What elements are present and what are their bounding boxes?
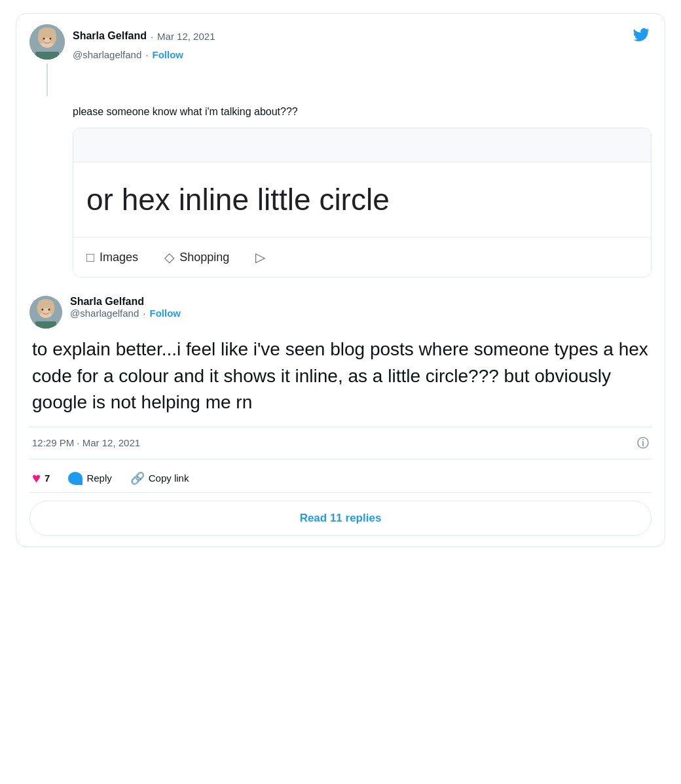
tweet1-content: please someone know what i'm talking abo… bbox=[73, 104, 652, 293]
svg-point-16 bbox=[42, 309, 44, 311]
thread-line bbox=[46, 63, 48, 96]
tweet1-header: Sharla Gelfand · Mar 12, 2021 @sharlagel… bbox=[29, 24, 652, 96]
tweet1-meta: Sharla Gelfand · Mar 12, 2021 @sharlagel… bbox=[73, 24, 652, 60]
heart-count: 7 bbox=[45, 472, 50, 484]
svg-point-7 bbox=[43, 38, 45, 40]
embed-tab-images: □ Images bbox=[86, 250, 138, 265]
shopping-icon: ◇ bbox=[164, 249, 174, 265]
read-replies-button[interactable]: Read 11 replies bbox=[29, 501, 652, 536]
embed-bottom-tabs: □ Images ◇ Shopping ▷ bbox=[73, 238, 651, 277]
tweet1-username[interactable]: Sharla Gelfand bbox=[73, 30, 147, 42]
embed-tab-video: ▷ bbox=[255, 249, 265, 265]
tweet2-meta-row1: Sharla Gelfand bbox=[70, 296, 181, 308]
reply-label: Reply bbox=[86, 472, 111, 484]
twitter-bird-icon bbox=[631, 24, 652, 48]
tweet2: Sharla Gelfand @sharlagelfand · Follow t… bbox=[29, 296, 652, 536]
tweet1-body-wrapper: please someone know what i'm talking abo… bbox=[29, 104, 652, 293]
info-icon[interactable]: ⓘ bbox=[637, 435, 649, 451]
embed-tab-shopping-label: Shopping bbox=[179, 251, 229, 264]
heart-action[interactable]: ♥ 7 bbox=[32, 470, 50, 487]
tweet2-header: Sharla Gelfand @sharlagelfand · Follow bbox=[29, 296, 652, 329]
tweet1-embed: or hex inline little circle □ Images ◇ S… bbox=[73, 128, 652, 277]
tweet1-body-left bbox=[29, 104, 65, 293]
tweet2-timestamp: 12:29 PM · Mar 12, 2021 bbox=[32, 437, 140, 448]
tweet1-handle: @sharlagelfand bbox=[73, 49, 141, 60]
tweet1-date: Mar 12, 2021 bbox=[157, 31, 215, 42]
embed-main-text: or hex inline little circle bbox=[73, 162, 651, 238]
video-icon: ▷ bbox=[255, 249, 265, 265]
svg-point-8 bbox=[50, 38, 52, 40]
copy-link-action[interactable]: 🔗 Copy link bbox=[130, 471, 189, 486]
tweet2-meta: Sharla Gelfand @sharlagelfand · Follow bbox=[70, 296, 181, 319]
tweet1-left-col bbox=[29, 24, 65, 96]
embed-tab-shopping: ◇ Shopping bbox=[164, 249, 229, 265]
images-icon: □ bbox=[86, 250, 94, 265]
copy-link-label: Copy link bbox=[149, 472, 189, 484]
svg-rect-2 bbox=[35, 52, 59, 60]
reply-bubble-icon bbox=[68, 472, 83, 485]
embed-top-bar bbox=[73, 128, 651, 162]
tweet1-follow-button[interactable]: Follow bbox=[152, 49, 183, 60]
tweet-card: Sharla Gelfand · Mar 12, 2021 @sharlagel… bbox=[16, 13, 665, 547]
tweet1-text: please someone know what i'm talking abo… bbox=[73, 104, 652, 120]
tweet2-timestamp-row: 12:29 PM · Mar 12, 2021 ⓘ bbox=[29, 427, 652, 459]
svg-point-15 bbox=[49, 302, 55, 314]
tweet2-username[interactable]: Sharla Gelfand bbox=[70, 296, 144, 308]
tweet2-follow-button[interactable]: Follow bbox=[149, 308, 181, 319]
svg-rect-11 bbox=[35, 321, 56, 329]
link-icon: 🔗 bbox=[130, 471, 145, 486]
svg-point-6 bbox=[50, 31, 56, 44]
svg-point-5 bbox=[38, 31, 45, 44]
avatar-2[interactable] bbox=[29, 296, 62, 329]
reply-action[interactable]: Reply bbox=[68, 472, 111, 485]
tweet2-handle: @sharlagelfand bbox=[70, 308, 139, 319]
avatar-1[interactable] bbox=[29, 24, 65, 60]
heart-icon: ♥ bbox=[32, 470, 41, 487]
tweet1-dot: · bbox=[151, 31, 153, 42]
svg-point-14 bbox=[37, 302, 43, 314]
tweet2-text: to explain better...i feel like i've see… bbox=[29, 336, 652, 416]
action-row: ♥ 7 Reply 🔗 Copy link bbox=[29, 465, 652, 493]
embed-tab-images-label: Images bbox=[100, 251, 138, 264]
tweet2-meta-row2: @sharlagelfand · Follow bbox=[70, 308, 181, 319]
svg-point-17 bbox=[48, 309, 50, 311]
read-replies-label: Read 11 replies bbox=[300, 512, 382, 525]
